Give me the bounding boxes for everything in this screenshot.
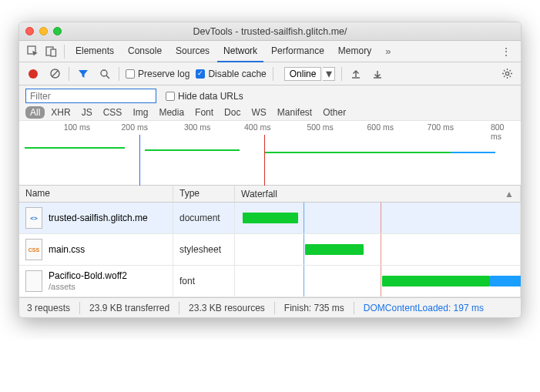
disable-cache-checkbox[interactable]: Disable cache xyxy=(196,69,266,79)
request-row[interactable]: Pacifico-Bold.woff2/assetsfont xyxy=(19,266,521,297)
filter-type-media[interactable]: Media xyxy=(154,106,189,119)
filter-toggle-icon[interactable] xyxy=(75,66,91,82)
panel-tabs: Elements Console Sources Network Perform… xyxy=(19,41,521,62)
upload-har-icon[interactable] xyxy=(348,66,364,82)
domcontentloaded-marker xyxy=(139,135,140,186)
svg-point-9 xyxy=(505,72,508,75)
disable-cache-label: Disable cache xyxy=(208,69,266,79)
status-domcontentloaded: DOMContentLoaded: 197 ms xyxy=(364,303,484,313)
svg-point-5 xyxy=(101,70,107,76)
request-path: /assets xyxy=(49,282,127,293)
settings-menu-button[interactable]: ⋮ xyxy=(496,45,516,58)
column-type[interactable]: Type xyxy=(173,186,235,202)
clear-button[interactable] xyxy=(47,66,62,82)
cell-type: stylesheet xyxy=(173,234,235,265)
tick-label: 300 ms xyxy=(184,122,210,132)
tick-label: 400 ms xyxy=(244,122,270,132)
status-requests: 3 requests xyxy=(27,303,70,313)
tab-network[interactable]: Network xyxy=(217,41,263,62)
status-bar: 3 requests 23.9 KB transferred 23.3 KB r… xyxy=(19,297,521,317)
tab-sources[interactable]: Sources xyxy=(169,41,216,62)
filter-input[interactable] xyxy=(25,89,156,103)
filter-type-doc[interactable]: Doc xyxy=(220,106,245,119)
preserve-log-checkbox[interactable]: Preserve log xyxy=(126,69,190,79)
tick-label: 600 ms xyxy=(367,122,394,132)
request-name: trusted-sailfish.glitch.me xyxy=(49,213,148,224)
network-toolbar: Preserve log Disable cache Online ▾ xyxy=(19,62,521,85)
checkbox-unchecked-icon xyxy=(166,92,175,101)
cell-name: CSSmain.css xyxy=(19,234,173,265)
filter-type-css[interactable]: CSS xyxy=(99,106,127,119)
request-row[interactable]: <>trusted-sailfish.glitch.medocument xyxy=(19,203,521,234)
svg-line-16 xyxy=(504,76,505,78)
svg-line-15 xyxy=(509,76,511,78)
status-finish: Finish: 735 ms xyxy=(284,303,344,313)
filter-type-font[interactable]: Font xyxy=(190,106,218,119)
tab-elements[interactable]: Elements xyxy=(69,41,120,62)
font-file-icon xyxy=(25,270,42,292)
sort-asc-icon: ▲ xyxy=(505,189,514,199)
cell-name: Pacifico-Bold.woff2/assets xyxy=(19,266,173,297)
overview-graph xyxy=(19,135,521,186)
separator xyxy=(64,45,65,59)
request-table: Name Type Waterfall ▲ <>trusted-sailfish… xyxy=(19,186,521,297)
record-button[interactable] xyxy=(25,66,41,82)
checkbox-checked-icon xyxy=(196,69,205,79)
separator xyxy=(69,67,69,81)
throttling-select[interactable]: Online ▾ xyxy=(284,67,336,81)
cell-type: font xyxy=(173,266,235,297)
cell-waterfall xyxy=(235,203,521,233)
cell-waterfall xyxy=(235,234,521,265)
download-har-icon[interactable] xyxy=(370,66,385,82)
inspect-element-icon[interactable] xyxy=(24,43,41,60)
filter-type-all[interactable]: All xyxy=(25,106,45,119)
tick-label: 100 ms xyxy=(64,122,90,132)
tick-label: 200 ms xyxy=(122,122,148,132)
svg-line-14 xyxy=(504,70,505,72)
column-name[interactable]: Name xyxy=(19,186,173,202)
device-toolbar-icon[interactable] xyxy=(42,43,59,60)
tick-label: 700 ms xyxy=(428,122,454,132)
filter-type-img[interactable]: Img xyxy=(128,106,153,119)
search-icon[interactable] xyxy=(97,66,112,82)
waterfall-bar xyxy=(382,276,490,286)
tab-performance[interactable]: Performance xyxy=(265,41,330,62)
filter-type-xhr[interactable]: XHR xyxy=(46,106,75,119)
hide-data-urls-checkbox[interactable]: Hide data URLs xyxy=(166,91,243,102)
filter-type-manifest[interactable]: Manifest xyxy=(273,106,317,119)
column-waterfall[interactable]: Waterfall ▲ xyxy=(235,186,521,202)
tab-console[interactable]: Console xyxy=(122,41,168,62)
filter-type-js[interactable]: JS xyxy=(77,106,97,119)
waterfall-bar xyxy=(243,213,298,223)
timeline-ruler: 100 ms 200 ms 300 ms 400 ms 500 ms 600 m… xyxy=(19,121,521,135)
request-name: Pacifico-Bold.woff2 xyxy=(49,270,127,282)
chevron-down-icon: ▾ xyxy=(323,67,335,81)
tick-label: 500 ms xyxy=(307,122,333,132)
cell-name: <>trusted-sailfish.glitch.me xyxy=(19,203,173,233)
timeline-overview[interactable]: 100 ms 200 ms 300 ms 400 ms 500 ms 600 m… xyxy=(19,121,521,186)
document-file-icon: <> xyxy=(25,207,42,229)
cell-type: document xyxy=(173,203,235,233)
load-marker xyxy=(264,135,265,186)
preserve-log-label: Preserve log xyxy=(138,69,190,79)
filter-type-ws[interactable]: WS xyxy=(247,106,270,119)
column-waterfall-label: Waterfall xyxy=(241,189,277,199)
separator xyxy=(274,302,275,314)
request-name: main.css xyxy=(49,244,85,256)
network-settings-icon[interactable] xyxy=(499,66,515,82)
table-header: Name Type Waterfall ▲ xyxy=(19,186,521,203)
separator xyxy=(119,67,119,81)
filter-type-other[interactable]: Other xyxy=(318,106,350,119)
separator xyxy=(354,302,354,314)
filter-bar: Hide data URLs All XHR JS CSS Img Media … xyxy=(19,85,521,121)
more-tabs-button[interactable]: » xyxy=(381,45,395,57)
tab-memory[interactable]: Memory xyxy=(332,41,377,62)
separator xyxy=(179,302,179,314)
cell-waterfall xyxy=(235,266,521,297)
request-row[interactable]: CSSmain.cssstylesheet xyxy=(19,234,521,266)
svg-line-6 xyxy=(106,75,109,79)
domcontentloaded-line xyxy=(304,234,304,265)
status-resources: 23.3 KB resources xyxy=(189,303,265,313)
status-transferred: 23.9 KB transferred xyxy=(89,303,169,313)
load-line xyxy=(381,234,381,265)
